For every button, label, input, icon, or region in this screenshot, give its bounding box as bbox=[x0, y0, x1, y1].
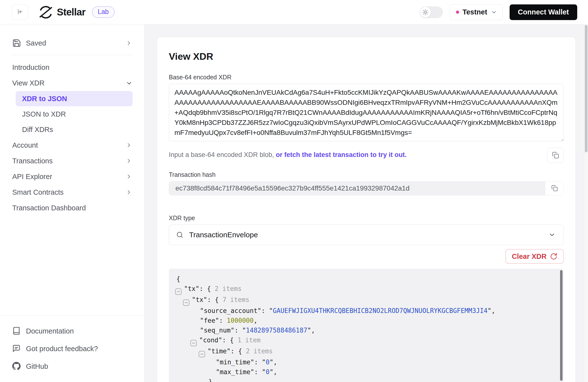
sidebar-item-label: Smart Contracts bbox=[12, 188, 64, 196]
clear-row: Clear XDR bbox=[169, 249, 564, 264]
json-line: "min_time": "0", bbox=[169, 357, 564, 367]
sidebar-item-feedback[interactable]: Got product feedback? bbox=[8, 340, 136, 358]
lab-badge: Lab bbox=[92, 6, 115, 18]
sidebar-item-label: Diff XDRs bbox=[22, 126, 53, 134]
sidebar-item-xdr-to-json[interactable]: XDR to JSON bbox=[16, 91, 132, 106]
app: Stellar Lab Testnet Connect Wallet bbox=[0, 0, 588, 382]
sidebar-item-github[interactable]: GitHub bbox=[8, 358, 136, 375]
clear-xdr-label: Clear XDR bbox=[512, 252, 546, 261]
json-line: "source_account": "GAUEFWJIGXU4THKRCQBEB… bbox=[169, 306, 564, 316]
sidebar-item-label: Got product feedback? bbox=[26, 345, 98, 353]
page-scrollbar-thumb[interactable] bbox=[585, 25, 588, 152]
sidebar-item-label: JSON to XDR bbox=[22, 110, 66, 118]
sidebar-nav: Saved Introduction View XDR XDR to JS bbox=[0, 24, 144, 216]
sidebar-item-label: Transaction Dashboard bbox=[12, 204, 86, 212]
xdr-type-value: TransactionEnvelope bbox=[189, 231, 258, 239]
json-line: "time": { 2 items bbox=[169, 346, 564, 357]
chevron-right-icon bbox=[126, 40, 132, 46]
base64-xdr-input[interactable]: AAAAAgAAAAAoQtkoNenJnVEUAkCdAg6a7S4uH+Fk… bbox=[169, 84, 564, 141]
fetch-latest-transaction-link[interactable]: or fetch the latest transaction to try i… bbox=[276, 151, 407, 159]
header: Stellar Lab Testnet Connect Wallet bbox=[0, 0, 588, 24]
json-line: "max_time": "0", bbox=[169, 367, 564, 377]
sun-icon bbox=[420, 7, 431, 18]
helper-text-prefix: Input a base-64 encoded XDR blob, bbox=[169, 151, 276, 159]
chevron-down-icon bbox=[491, 9, 497, 15]
page-title: View XDR bbox=[169, 51, 564, 62]
collapse-toggle-icon[interactable] bbox=[183, 300, 189, 306]
json-line: "fee": 1000000, bbox=[169, 316, 564, 325]
sidebar-item-documentation[interactable]: Documentation bbox=[8, 322, 136, 340]
json-line: "cond": { 1 item bbox=[169, 335, 564, 346]
stellar-logo[interactable]: Stellar bbox=[38, 5, 85, 20]
json-line: "seq_num": "1482897588486187", bbox=[169, 325, 564, 335]
refresh-icon bbox=[550, 253, 557, 260]
chevron-right-icon bbox=[126, 142, 132, 148]
sidebar-item-label: View XDR bbox=[12, 79, 44, 87]
chevron-down-icon bbox=[548, 231, 556, 239]
github-icon bbox=[12, 362, 21, 371]
save-icon bbox=[12, 39, 21, 47]
xdr-type-label: XDR type bbox=[169, 215, 564, 221]
xdr-type-select[interactable]: TransactionEnvelope bbox=[169, 224, 564, 245]
sidebar-item-transactions[interactable]: Transactions bbox=[8, 153, 136, 169]
json-line: "tx": { 2 items bbox=[169, 284, 564, 295]
main-content: View XDR Base-64 encoded XDR AAAAAgAAAAA… bbox=[145, 24, 588, 382]
copy-icon bbox=[551, 185, 558, 192]
helper-row: Input a base-64 encoded XDR blob, or fet… bbox=[169, 148, 564, 163]
transaction-hash-row: ec738f8cd584c71f78496e5a15596ec327b9c4ff… bbox=[169, 181, 564, 195]
collapse-toggle-icon[interactable] bbox=[175, 288, 182, 295]
sidebar-item-introduction[interactable]: Introduction bbox=[8, 60, 136, 75]
body-row: Saved Introduction View XDR XDR to JS bbox=[0, 24, 588, 382]
chevron-right-icon bbox=[126, 189, 132, 195]
helper-text: Input a base-64 encoded XDR blob, or fet… bbox=[169, 148, 407, 159]
chevron-right-icon bbox=[126, 173, 132, 180]
sidebar-item-account[interactable]: Account bbox=[8, 137, 136, 153]
theme-toggle[interactable] bbox=[420, 6, 443, 18]
header-actions: Testnet Connect Wallet bbox=[420, 4, 577, 20]
copy-xdr-button[interactable] bbox=[547, 148, 564, 163]
chat-bubble-icon bbox=[12, 344, 21, 353]
sidebar-item-label: Saved bbox=[26, 39, 46, 47]
sidebar-footer: Documentation Got product feedback? bbox=[0, 316, 144, 382]
sidebar-item-label: Transactions bbox=[12, 157, 53, 165]
sidebar-item-json-to-xdr[interactable]: JSON to XDR bbox=[16, 106, 132, 122]
connect-wallet-button[interactable]: Connect Wallet bbox=[510, 4, 577, 20]
chevron-down-icon bbox=[126, 80, 132, 86]
clear-xdr-button[interactable]: Clear XDR bbox=[505, 249, 564, 264]
search-icon bbox=[176, 231, 184, 239]
book-icon bbox=[12, 327, 21, 336]
collapse-sidebar-button[interactable] bbox=[12, 4, 28, 20]
transaction-hash-value: ec738f8cd584c71f78496e5a15596ec327b9c4ff… bbox=[169, 181, 545, 195]
collapse-toggle-icon[interactable] bbox=[190, 340, 197, 346]
sidebar-item-label: API Explorer bbox=[12, 173, 52, 181]
sidebar-item-label: XDR to JSON bbox=[22, 95, 67, 103]
json-line: }, bbox=[169, 377, 564, 382]
sidebar-item-label: Introduction bbox=[12, 63, 49, 72]
sidebar-item-label: Documentation bbox=[26, 327, 74, 335]
base64-label: Base-64 encoded XDR bbox=[169, 74, 564, 81]
view-xdr-card: View XDR Base-64 encoded XDR AAAAAgAAAAA… bbox=[157, 37, 576, 382]
chevron-right-icon bbox=[126, 158, 132, 164]
page-scrollbar[interactable] bbox=[584, 24, 588, 382]
copy-icon bbox=[552, 151, 559, 160]
stellar-logo-icon bbox=[38, 5, 53, 20]
sidebar-item-view-xdr[interactable]: View XDR bbox=[8, 75, 136, 91]
json-line: "tx": { 7 items bbox=[169, 295, 564, 306]
sidebar-item-api-explorer[interactable]: API Explorer bbox=[8, 169, 136, 184]
brand-name: Stellar bbox=[57, 7, 85, 18]
network-select[interactable]: Testnet bbox=[450, 4, 503, 20]
network-status-dot bbox=[456, 11, 459, 14]
sidebar-item-transaction-dashboard[interactable]: Transaction Dashboard bbox=[8, 200, 136, 216]
copy-hash-button[interactable] bbox=[545, 181, 564, 195]
sidebar: Saved Introduction View XDR XDR to JS bbox=[0, 24, 145, 382]
sidebar-item-label: Account bbox=[12, 141, 38, 149]
network-select-value: Testnet bbox=[462, 8, 487, 16]
json-scrollbar-thumb[interactable] bbox=[560, 270, 563, 381]
sidebar-item-label: GitHub bbox=[26, 362, 48, 370]
collapse-sidebar-icon bbox=[16, 8, 23, 16]
json-viewer: {"tx": { 2 items"tx": { 7 items"source_a… bbox=[169, 269, 564, 382]
sidebar-item-diff-xdrs[interactable]: Diff XDRs bbox=[16, 122, 132, 137]
sidebar-item-smart-contracts[interactable]: Smart Contracts bbox=[8, 184, 136, 200]
sidebar-item-saved[interactable]: Saved bbox=[8, 35, 136, 51]
collapse-toggle-icon[interactable] bbox=[199, 351, 205, 357]
